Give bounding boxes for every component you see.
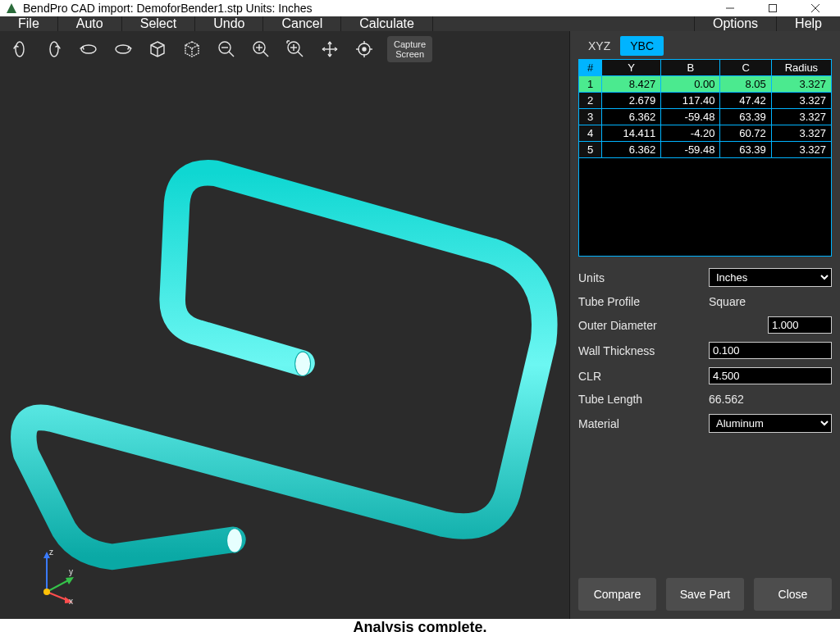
maximize-button[interactable] [758,0,788,16]
table-row[interactable]: 18.4270.008.053.327 [579,76,832,93]
menu-undo[interactable]: Undo [195,16,263,31]
tab-xyz[interactable]: XYZ [578,36,620,56]
rotate-left-icon[interactable] [8,38,31,61]
tab-ybc[interactable]: YBC [620,36,664,56]
svg-point-27 [295,352,311,375]
svg-line-9 [229,52,234,57]
viewport-area: Capture Screen [0,31,569,619]
svg-point-5 [50,42,58,57]
main-area: Capture Screen [0,31,840,619]
rotate-ccw-icon[interactable] [77,38,100,61]
3d-viewport[interactable]: z y x [0,64,569,619]
cube-solid-icon[interactable] [146,38,169,61]
svg-point-22 [363,48,366,51]
capture-screen-button[interactable]: Capture Screen [387,36,432,62]
table-row[interactable]: 414.411-4.2060.723.327 [579,125,832,142]
col-b: B [661,60,720,76]
svg-point-28 [227,529,243,552]
close-button[interactable] [801,0,830,16]
svg-text:y: y [69,567,73,576]
menu-options[interactable]: Options [694,16,776,31]
status-text: Analysis complete. [353,619,486,632]
zoom-in-icon[interactable] [249,38,272,61]
len-label: Tube Length [578,393,709,406]
axis-gizmo: z y x [18,547,75,604]
svg-text:x: x [69,597,73,604]
col-y: Y [602,60,661,76]
menu-file[interactable]: File [0,16,58,31]
rotate-cw-icon[interactable] [112,38,135,61]
col-r: Radius [771,60,831,76]
material-select[interactable]: Aluminum [709,414,832,433]
window-controls [715,0,835,16]
zoom-fit-icon[interactable] [284,38,307,61]
menu-cancel[interactable]: Cancel [263,16,341,31]
svg-point-35 [43,589,50,595]
wt-label: Wall Thickness [578,344,709,357]
clr-input[interactable] [709,367,832,384]
clr-label: CLR [578,370,709,383]
len-value: 66.562 [709,393,832,406]
rotate-right-icon[interactable] [43,38,66,61]
save-part-button[interactable]: Save Part [666,578,744,611]
footer-buttons: Compare Save Part Close [578,570,832,611]
col-num: # [579,60,602,76]
svg-point-4 [16,42,24,57]
svg-text:z: z [49,548,53,557]
col-c: C [720,60,771,76]
minimize-button[interactable] [715,0,745,16]
compare-button[interactable]: Compare [578,578,656,611]
pan-icon[interactable] [318,38,341,61]
svg-rect-1 [769,5,777,12]
od-input[interactable] [768,316,832,334]
menu-help[interactable]: Help [776,16,840,31]
svg-line-12 [263,52,268,57]
mat-label: Material [578,417,709,430]
table-row[interactable]: 22.679117.4047.423.327 [579,93,832,109]
profile-label: Tube Profile [578,295,709,308]
menu-auto[interactable]: Auto [58,16,122,31]
units-select[interactable]: Inches [709,268,832,287]
zoom-out-icon[interactable] [215,38,238,61]
units-label: Units [578,271,709,284]
table-row[interactable]: 56.362-59.4863.393.327 [579,142,832,158]
profile-value: Square [709,295,832,308]
table-empty-area [578,158,832,257]
wt-input[interactable] [709,342,832,359]
title-bar: BendPro CAD import: DemoforBender1.stp U… [0,0,840,16]
app-icon [5,2,18,15]
bend-table[interactable]: # Y B C Radius 18.4270.008.053.32722.679… [578,59,832,158]
view-toolbar: Capture Screen [0,31,569,64]
tube-render [0,64,569,619]
menu-calculate[interactable]: Calculate [341,16,433,31]
properties: Units Inches Tube Profile Square Outer D… [578,268,832,433]
menu-select[interactable]: Select [122,16,195,31]
od-label: Outer Diameter [578,319,768,332]
svg-line-16 [298,52,303,57]
svg-line-31 [47,580,70,592]
target-icon[interactable] [353,38,376,61]
cube-wire-icon[interactable] [180,38,203,61]
tab-row: XYZ YBC [578,36,832,56]
side-panel: XYZ YBC # Y B C Radius 18.4270.008.053.3… [569,31,840,619]
menu-bar: File Auto Select Undo Cancel Calculate O… [0,16,840,31]
table-row[interactable]: 36.362-59.4863.393.327 [579,109,832,125]
close-panel-button[interactable]: Close [754,578,832,611]
status-bar: Analysis complete. [0,619,840,632]
window-title: BendPro CAD import: DemoforBender1.stp U… [23,2,313,15]
